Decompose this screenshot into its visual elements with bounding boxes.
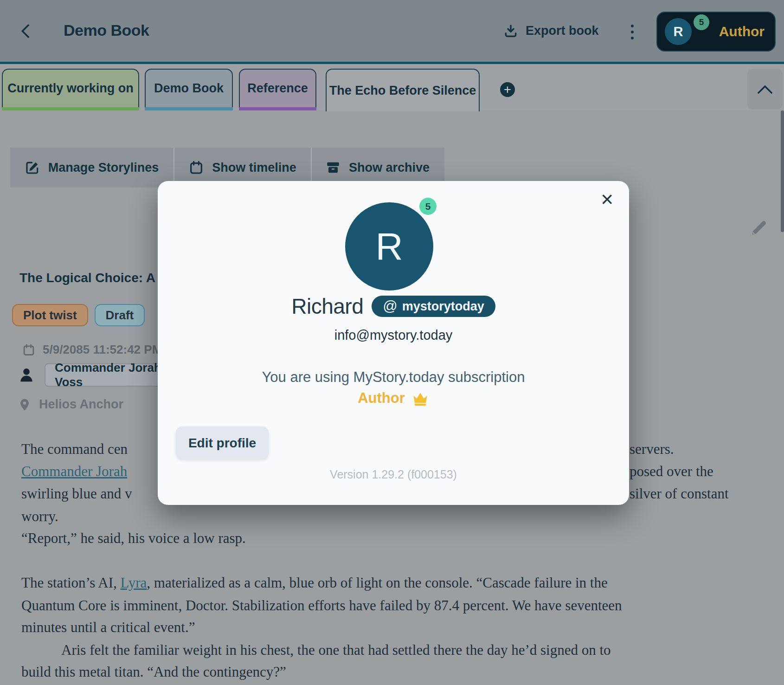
profile-handle: mystorytoday [402,299,484,314]
crown-icon [411,390,429,406]
edit-square-icon [25,160,40,175]
story-line: posed over the [630,463,713,480]
chapter-datetime-row: 5/9/2085 11:52:42 PM T [22,342,177,357]
story-line: The command cen [21,441,128,458]
toolbar-label: Show timeline [212,161,296,175]
subscription-text: You are using MyStory.today subscription [158,369,629,386]
tab-label: Currently working on [7,81,134,96]
toolbar-label: Show archive [349,161,430,175]
kebab-menu-button[interactable] [625,22,639,42]
tag-draft[interactable]: Draft [95,304,145,326]
avatar: R [665,18,692,45]
plan-row: Author [158,390,629,407]
tag-plot-twist[interactable]: Plot twist [12,304,88,326]
scrollbar[interactable] [781,110,784,232]
avatar: R [345,202,433,291]
location-pin-icon [18,398,32,412]
toolbar-label: Manage Storylines [48,161,159,175]
account-button[interactable]: R 5 Author [656,12,776,52]
tab-bar: Currently working on Demo Book Reference… [0,64,784,110]
tab-label: Demo Book [154,81,224,96]
profile-modal: × R 5 Richard @ mystorytoday info@mystor… [158,181,629,505]
person-icon [18,366,35,384]
chapter-datetime: 5/9/2085 11:52:42 PM [43,342,162,357]
version-text: Version 1.29.2 (f000153) [158,468,629,481]
story-line: Commander Jorah [21,463,127,480]
at-icon: @ [383,298,397,315]
calendar-small-icon [22,343,35,356]
story-line: “Report,” he said, his voice a low rasp. [21,530,246,547]
story-line: Quantum Core is imminent, Doctor. Stabil… [21,597,622,614]
close-icon[interactable]: × [601,188,613,210]
story-line: minutes until a critical event.” [21,619,195,636]
calendar-icon [189,160,204,175]
tab-label: Reference [247,81,308,96]
tab-label: The Echo Before Silence [329,84,476,98]
tab-currently-working-on[interactable]: Currently working on [2,69,139,108]
character-link[interactable]: Commander Jorah [21,463,127,479]
profile-email: info@mystory.today [158,328,629,343]
story-line: silver of constant [630,485,729,502]
edit-profile-button[interactable]: Edit profile [176,427,269,459]
tab-underline-green [2,107,139,110]
collapse-tabs-button[interactable] [747,69,783,110]
add-tab-button[interactable]: + [500,82,515,97]
account-role-label: Author [719,13,765,51]
story-line: Aris felt the familiar weight in his che… [21,642,611,659]
story-line: worry. [21,508,58,525]
notification-badge: 5 [419,198,437,215]
chapter-location-row: Helios Anchor [18,397,123,412]
archive-icon [326,160,341,175]
book-title: Demo Book [64,21,149,39]
tab-reference[interactable]: Reference [239,69,316,108]
story-line: servers. [630,441,674,458]
plan-name: Author [358,390,405,407]
profile-avatar-wrap: R 5 [345,202,433,291]
profile-name-row: Richard @ mystorytoday [158,294,629,319]
chapter-character-row: Commander Jorah Voss [18,363,179,387]
story-text-fragment: The station’s AI, [21,575,121,591]
header: Demo Book Export book R 5 Author [0,0,784,64]
tab-demo-book[interactable]: Demo Book [145,69,233,108]
notification-badge: 5 [694,14,709,30]
handle-pill[interactable]: @ mystorytoday [372,296,495,317]
profile-name: Richard [291,294,363,319]
chevron-left-icon [21,24,35,38]
chapter-location: Helios Anchor [39,397,123,412]
export-book-button[interactable]: Export book [503,0,599,62]
tag-row: Plot twist Draft + [12,304,170,326]
tab-underline-purple [239,107,316,110]
chevron-up-icon [757,85,773,101]
app-screen: Demo Book Export book R 5 Author Current… [0,0,784,685]
manage-storylines-button[interactable]: Manage Storylines [10,148,174,187]
story-text-fragment: , materialized as a calm, blue orb of li… [147,575,607,591]
download-icon [503,24,518,39]
export-book-label: Export book [526,24,599,38]
edit-pencil-icon[interactable] [748,217,769,238]
tab-underline-blue [145,107,233,110]
story-line: build this metal titan. “And the conting… [21,664,286,680]
story-line: swirling blue and v [21,485,132,502]
tab-the-echo-before-silence[interactable]: The Echo Before Silence [326,69,480,111]
chapter-title: The Logical Choice: A Cri [19,271,177,285]
story-line: The station’s AI, Lyra, materialized as … [21,575,608,591]
ai-link[interactable]: Lyra [121,575,147,591]
back-button[interactable] [19,23,36,40]
